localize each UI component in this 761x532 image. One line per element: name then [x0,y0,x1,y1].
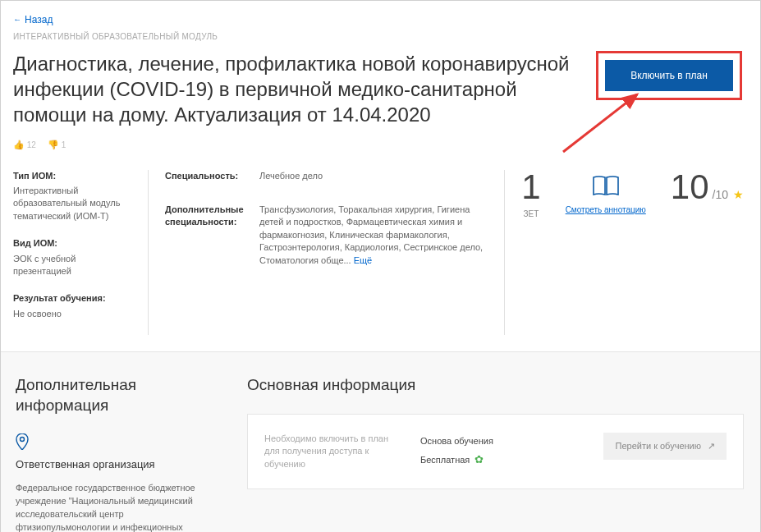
svg-point-2 [21,438,25,442]
arrow-left-icon: ← [13,15,21,24]
iom-type-label: Тип ИОМ: [13,170,135,182]
thumbs-up-icon[interactable]: 👍 12 [13,140,36,150]
rating-value: 10 [671,170,709,204]
add-to-plan-button[interactable]: Включить в план [605,60,733,91]
additional-info-heading: Дополнительная информация [16,375,206,415]
zet-value: 1 [521,170,540,204]
zet-label: ЗЕТ [521,209,540,218]
back-link[interactable]: ← Назад [13,14,53,25]
result-value: Не освоено [13,308,135,320]
access-note: Необходимо включить в план для получения… [264,433,404,470]
cta-highlight-frame: Включить в план [596,51,742,100]
category-label: ИНТЕРАКТИВНЫЙ ОБРАЗОВАТЕЛЬНЫЙ МОДУЛЬ [13,32,744,41]
likes-row: 👍 12 👎 1 [13,140,744,150]
external-link-icon: ↗ [708,441,715,452]
star-icon: ★ [733,188,744,201]
org-label: Ответственная организация [16,458,206,470]
main-info-heading: Основная информация [247,375,744,396]
basis-label: Основа обучения [420,433,587,450]
goto-label: Перейти к обучению [615,441,701,451]
goto-learning-button[interactable]: Перейти к обучению ↗ [603,433,727,460]
rating-max: /10 [713,188,728,201]
speciality-label: Специальность: [165,170,259,182]
iom-type-value: Интерактивный образовательный модуль тем… [13,185,135,222]
course-title: Диагностика, лечение, профилактика новой… [13,51,580,128]
add-spec-label: Дополнительные специальности: [165,204,259,267]
thumbs-down-icon[interactable]: 👎 1 [48,140,66,150]
free-label: Бесплатная [420,452,470,469]
back-label: Назад [25,14,53,25]
result-label: Результат обучения: [13,292,135,305]
book-icon [592,175,620,196]
pin-icon [16,433,29,450]
iom-kind-label: Вид ИОМ: [13,237,135,250]
annotation-link[interactable]: Смотреть аннотацию [566,204,646,215]
leaf-icon: ✿ [474,450,484,470]
speciality-value: Лечебное дело [259,170,323,182]
info-card: Необходимо включить в план для получения… [247,414,744,489]
org-value: Федеральное государственное бюджетное уч… [16,482,206,532]
iom-kind-value: ЭОК с учебной презентацией [13,253,135,278]
show-more-link[interactable]: Ещё [354,255,373,265]
